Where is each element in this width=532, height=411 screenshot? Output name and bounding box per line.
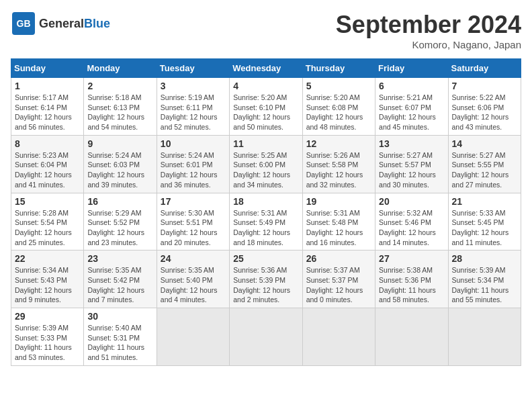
day-info: Sunrise: 5:25 AMSunset: 6:00 PMDaylight:…	[233, 151, 290, 189]
day-info: Sunrise: 5:35 AMSunset: 5:40 PMDaylight:…	[161, 266, 218, 304]
day-number: 2	[87, 81, 152, 91]
calendar-cell	[157, 308, 229, 366]
calendar-cell: 8 Sunrise: 5:23 AMSunset: 6:04 PMDayligh…	[11, 135, 84, 193]
calendar-cell: 1 Sunrise: 5:17 AMSunset: 6:14 PMDayligh…	[11, 78, 84, 136]
svg-text:GB: GB	[17, 18, 31, 29]
calendar-cell: 28 Sunrise: 5:39 AMSunset: 5:34 PMDaylig…	[448, 250, 521, 308]
day-info: Sunrise: 5:26 AMSunset: 5:58 PMDaylight:…	[306, 151, 363, 189]
calendar-cell: 27 Sunrise: 5:38 AMSunset: 5:36 PMDaylig…	[375, 250, 448, 308]
page-header: GB GeneralBlue September 2024 Komoro, Na…	[11, 11, 521, 50]
day-info: Sunrise: 5:39 AMSunset: 5:33 PMDaylight:…	[15, 324, 72, 361]
calendar-table: SundayMondayTuesdayWednesdayThursdayFrid…	[11, 58, 521, 366]
day-info: Sunrise: 5:37 AMSunset: 5:37 PMDaylight:…	[306, 266, 363, 304]
day-info: Sunrise: 5:40 AMSunset: 5:31 PMDaylight:…	[87, 324, 144, 361]
calendar-cell: 25 Sunrise: 5:36 AMSunset: 5:39 PMDaylig…	[230, 250, 302, 308]
calendar-cell: 12 Sunrise: 5:26 AMSunset: 5:58 PMDaylig…	[302, 135, 375, 193]
day-info: Sunrise: 5:27 AMSunset: 5:55 PMDaylight:…	[452, 151, 509, 189]
day-number: 4	[233, 81, 298, 91]
day-number: 1	[15, 81, 80, 91]
day-header-wednesday: Wednesday	[230, 59, 302, 78]
day-number: 24	[161, 253, 226, 264]
day-number: 27	[379, 253, 444, 264]
location: Komoro, Nagano, Japan	[336, 39, 521, 50]
calendar-cell: 2 Sunrise: 5:18 AMSunset: 6:13 PMDayligh…	[84, 78, 157, 136]
day-info: Sunrise: 5:23 AMSunset: 6:04 PMDaylight:…	[15, 151, 72, 189]
calendar-cell: 3 Sunrise: 5:19 AMSunset: 6:11 PMDayligh…	[157, 78, 229, 136]
week-row-1: 1 Sunrise: 5:17 AMSunset: 6:14 PMDayligh…	[11, 78, 521, 136]
calendar-cell: 7 Sunrise: 5:22 AMSunset: 6:06 PMDayligh…	[448, 78, 521, 136]
calendar-cell: 9 Sunrise: 5:24 AMSunset: 6:03 PMDayligh…	[84, 135, 157, 193]
calendar-cell: 23 Sunrise: 5:35 AMSunset: 5:42 PMDaylig…	[84, 250, 157, 308]
calendar-cell: 6 Sunrise: 5:21 AMSunset: 6:07 PMDayligh…	[375, 78, 448, 136]
day-info: Sunrise: 5:22 AMSunset: 6:06 PMDaylight:…	[452, 93, 509, 131]
day-info: Sunrise: 5:18 AMSunset: 6:13 PMDaylight:…	[87, 93, 144, 131]
day-info: Sunrise: 5:17 AMSunset: 6:14 PMDaylight:…	[15, 93, 72, 131]
day-header-monday: Monday	[84, 59, 157, 78]
day-number: 19	[306, 196, 371, 207]
calendar-cell: 17 Sunrise: 5:30 AMSunset: 5:51 PMDaylig…	[157, 193, 229, 250]
day-info: Sunrise: 5:21 AMSunset: 6:07 PMDaylight:…	[379, 93, 436, 131]
calendar-cell: 21 Sunrise: 5:33 AMSunset: 5:45 PMDaylig…	[448, 193, 521, 250]
day-info: Sunrise: 5:39 AMSunset: 5:34 PMDaylight:…	[452, 266, 509, 304]
day-number: 29	[15, 311, 80, 322]
day-info: Sunrise: 5:24 AMSunset: 6:03 PMDaylight:…	[87, 151, 144, 189]
day-number: 11	[233, 138, 298, 149]
day-number: 3	[161, 81, 226, 91]
day-header-thursday: Thursday	[302, 59, 375, 78]
calendar-cell	[302, 308, 375, 366]
week-row-5: 29 Sunrise: 5:39 AMSunset: 5:33 PMDaylig…	[11, 308, 521, 366]
day-info: Sunrise: 5:31 AMSunset: 5:48 PMDaylight:…	[306, 209, 363, 246]
calendar-cell: 14 Sunrise: 5:27 AMSunset: 5:55 PMDaylig…	[448, 135, 521, 193]
day-number: 13	[379, 138, 444, 149]
day-info: Sunrise: 5:20 AMSunset: 6:10 PMDaylight:…	[233, 93, 290, 131]
calendar-cell: 10 Sunrise: 5:24 AMSunset: 6:01 PMDaylig…	[157, 135, 229, 193]
day-number: 6	[379, 81, 444, 91]
day-number: 25	[233, 253, 298, 264]
day-info: Sunrise: 5:19 AMSunset: 6:11 PMDaylight:…	[161, 93, 218, 131]
day-number: 15	[15, 196, 80, 207]
calendar-cell	[230, 308, 302, 366]
day-info: Sunrise: 5:36 AMSunset: 5:39 PMDaylight:…	[233, 266, 290, 304]
day-number: 9	[87, 138, 152, 149]
day-info: Sunrise: 5:34 AMSunset: 5:43 PMDaylight:…	[15, 266, 72, 304]
day-number: 18	[233, 196, 298, 207]
day-number: 5	[306, 81, 371, 91]
days-header-row: SundayMondayTuesdayWednesdayThursdayFrid…	[11, 59, 521, 78]
day-number: 28	[452, 253, 517, 264]
day-number: 30	[87, 311, 152, 322]
day-info: Sunrise: 5:38 AMSunset: 5:36 PMDaylight:…	[379, 266, 436, 304]
week-row-2: 8 Sunrise: 5:23 AMSunset: 6:04 PMDayligh…	[11, 135, 521, 193]
calendar-cell: 20 Sunrise: 5:32 AMSunset: 5:46 PMDaylig…	[375, 193, 448, 250]
day-number: 21	[452, 196, 517, 207]
day-header-saturday: Saturday	[448, 59, 521, 78]
day-number: 17	[161, 196, 226, 207]
day-number: 20	[379, 196, 444, 207]
day-number: 22	[15, 253, 80, 264]
day-info: Sunrise: 5:30 AMSunset: 5:51 PMDaylight:…	[161, 209, 218, 246]
day-info: Sunrise: 5:32 AMSunset: 5:46 PMDaylight:…	[379, 209, 436, 246]
day-info: Sunrise: 5:24 AMSunset: 6:01 PMDaylight:…	[161, 151, 218, 189]
day-info: Sunrise: 5:20 AMSunset: 6:08 PMDaylight:…	[306, 93, 363, 131]
day-number: 8	[15, 138, 80, 149]
day-number: 23	[87, 253, 152, 264]
calendar-cell: 22 Sunrise: 5:34 AMSunset: 5:43 PMDaylig…	[11, 250, 84, 308]
calendar-cell: 5 Sunrise: 5:20 AMSunset: 6:08 PMDayligh…	[302, 78, 375, 136]
day-info: Sunrise: 5:29 AMSunset: 5:52 PMDaylight:…	[87, 209, 144, 246]
day-info: Sunrise: 5:31 AMSunset: 5:49 PMDaylight:…	[233, 209, 290, 246]
calendar-cell: 4 Sunrise: 5:20 AMSunset: 6:10 PMDayligh…	[230, 78, 302, 136]
day-number: 10	[161, 138, 226, 149]
calendar-cell: 19 Sunrise: 5:31 AMSunset: 5:48 PMDaylig…	[302, 193, 375, 250]
logo-text: GeneralBlue	[39, 17, 110, 31]
calendar-cell: 24 Sunrise: 5:35 AMSunset: 5:40 PMDaylig…	[157, 250, 229, 308]
day-number: 26	[306, 253, 371, 264]
day-info: Sunrise: 5:28 AMSunset: 5:54 PMDaylight:…	[15, 209, 72, 246]
week-row-3: 15 Sunrise: 5:28 AMSunset: 5:54 PMDaylig…	[11, 193, 521, 250]
day-header-tuesday: Tuesday	[157, 59, 229, 78]
day-number: 14	[452, 138, 517, 149]
logo-icon: GB	[11, 11, 36, 36]
calendar-cell: 16 Sunrise: 5:29 AMSunset: 5:52 PMDaylig…	[84, 193, 157, 250]
logo: GB GeneralBlue	[11, 11, 110, 36]
calendar-cell: 18 Sunrise: 5:31 AMSunset: 5:49 PMDaylig…	[230, 193, 302, 250]
calendar-cell	[448, 308, 521, 366]
day-number: 12	[306, 138, 371, 149]
